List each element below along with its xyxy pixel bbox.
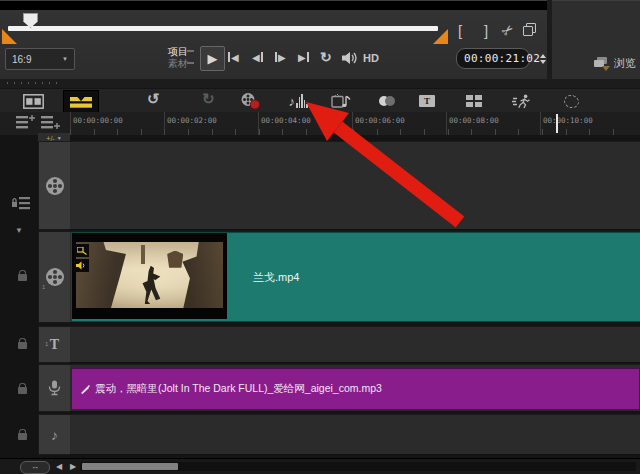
bar-icon xyxy=(275,52,277,62)
trim-start-handle[interactable] xyxy=(2,29,17,44)
trim-bar[interactable] xyxy=(8,26,438,31)
scroll-left-button[interactable]: ◀ xyxy=(56,462,62,472)
go-to-end-button[interactable]: ▶ xyxy=(298,51,309,63)
timeline-view-button[interactable] xyxy=(63,90,99,114)
motion-tracking-button[interactable] xyxy=(507,90,537,112)
music-track-row[interactable] xyxy=(70,414,640,455)
previous-frame-button[interactable]: ◀ xyxy=(252,51,263,63)
clip-audio-icon xyxy=(80,384,90,394)
film-reel-icon xyxy=(44,266,66,288)
voice-track-header[interactable] xyxy=(38,364,71,412)
step-up-icon xyxy=(540,54,546,58)
step-down-icon xyxy=(540,60,546,64)
video-track-header[interactable] xyxy=(38,141,71,230)
track-manager-button[interactable] xyxy=(459,90,489,112)
film-reel-icon xyxy=(44,175,66,197)
fit-project-to-window-button[interactable]: ↔ xyxy=(20,461,50,474)
ruler-tick: 00:00:06:00 xyxy=(355,116,405,125)
video-clip[interactable]: 兰戈.mp4 xyxy=(71,232,640,322)
title-track-row[interactable] xyxy=(70,326,640,363)
ripple-lock-title-track[interactable] xyxy=(18,342,27,349)
track-index: 1 xyxy=(45,341,48,347)
insert-track-above-icon[interactable] xyxy=(16,115,35,130)
triangle-right-icon: ▶ xyxy=(278,52,286,63)
storyboard-view-button[interactable] xyxy=(18,90,48,112)
undo-button[interactable]: ↺ xyxy=(147,91,160,107)
browse-button[interactable]: 浏览 xyxy=(594,56,636,71)
title-track-header[interactable]: 1 T xyxy=(38,326,71,363)
insert-track-below-icon[interactable] xyxy=(41,115,60,130)
horizontal-scrollbar[interactable] xyxy=(80,462,636,471)
scroll-right-button[interactable]: ▶ xyxy=(70,462,76,472)
collapse-gutter-icon[interactable]: ▼ xyxy=(15,226,23,235)
auto-music-icon xyxy=(331,93,351,109)
sound-mixer-button[interactable]: ♪ xyxy=(283,90,313,112)
ripple-editing-all-icon[interactable] xyxy=(12,197,30,210)
redo-button[interactable]: ↻ xyxy=(202,91,215,107)
bar-icon xyxy=(261,52,263,62)
title-icon: T xyxy=(419,95,435,107)
music-track-icon: ♪ xyxy=(51,427,58,443)
play-button[interactable]: ▶ xyxy=(200,46,225,71)
enlarge-preview-button[interactable] xyxy=(523,23,536,36)
scrollbar-thumb[interactable] xyxy=(82,463,178,470)
ruler-end-marker xyxy=(556,114,558,133)
video-preview-edge xyxy=(0,1,547,10)
ruler-tick: 00:00:02:00 xyxy=(167,116,217,125)
record-capture-icon xyxy=(240,92,261,110)
system-volume-button[interactable] xyxy=(342,51,359,65)
timeline-scroll-bar-area: ↔ ◀ ▶ xyxy=(0,458,640,474)
ripple-lock-music-track[interactable] xyxy=(18,433,27,440)
aspect-ratio-dropdown[interactable]: 16:9 ▼ xyxy=(5,48,75,70)
running-figure-icon xyxy=(512,94,532,109)
subtitle-editor-button[interactable]: T xyxy=(412,90,442,112)
ripple-lock-voice-track[interactable] xyxy=(18,387,27,394)
chevron-down-icon: ▼ xyxy=(62,56,68,62)
audio-clip[interactable]: 震动，黑暗里(Jolt In The Dark FULL)_爱给网_aigei_… xyxy=(71,368,640,410)
panel-resize-grip[interactable] xyxy=(4,81,62,85)
next-frame-button[interactable]: ▶ xyxy=(275,51,286,63)
bar-icon xyxy=(228,52,230,62)
timeline-view-icon xyxy=(70,95,92,110)
hd-preview-toggle[interactable]: HD xyxy=(363,52,379,64)
go-to-start-button[interactable]: ◀ xyxy=(228,51,239,63)
mode-project-mark xyxy=(187,50,194,52)
mark-in-button[interactable]: [ xyxy=(458,23,462,38)
mode-clip-label[interactable]: 素材 xyxy=(168,58,188,69)
mark-out-button[interactable]: ] xyxy=(484,23,488,38)
waveform-icon xyxy=(296,94,308,108)
timeline-toolbar: ↺ ↻ ♪ xyxy=(0,88,640,113)
music-track-header[interactable]: ♪ xyxy=(38,414,71,455)
auto-music-button[interactable] xyxy=(326,90,356,112)
customize-toolbar-button[interactable] xyxy=(556,90,586,112)
video-clip-label: 兰戈.mp4 xyxy=(253,270,299,285)
mode-project-label[interactable]: 项目 xyxy=(168,46,188,57)
record-capture-option-button[interactable] xyxy=(235,90,265,112)
music-note-icon: ♪ xyxy=(289,95,296,108)
browse-folder-icon xyxy=(594,57,610,71)
ruler-tick: 00:00:08:00 xyxy=(449,116,499,125)
split-clip-scissors-button[interactable]: ✂ xyxy=(499,21,518,40)
pan-zoom-badge-icon xyxy=(74,244,89,257)
repeat-button[interactable]: ↻ xyxy=(320,49,332,65)
timecode-value: 00:00:21:02 xyxy=(457,52,540,65)
aspect-ratio-value: 16:9 xyxy=(12,54,31,65)
timecode-display[interactable]: 00:00:21:02 xyxy=(456,48,530,69)
clip-thumbnail xyxy=(72,233,227,319)
ripple-lock-overlay-track[interactable] xyxy=(18,274,27,281)
trim-end-handle[interactable] xyxy=(433,29,448,44)
player-panel: [ ] ✂ 16:9 ▼ 项目 素材 ▶ ◀ ◀ ▶ ▶ xyxy=(0,0,547,79)
timecode-stepper[interactable] xyxy=(540,54,552,64)
library-panel: 浏览 xyxy=(552,0,640,79)
lasso-icon xyxy=(562,93,580,109)
copy-front-square xyxy=(523,26,533,36)
play-icon: ▶ xyxy=(208,51,218,66)
triangle-left-icon: ◀ xyxy=(252,52,260,63)
video-track-row[interactable] xyxy=(70,141,640,230)
fade-button[interactable] xyxy=(372,90,402,112)
thumbnail-image xyxy=(76,242,223,308)
video-editor-window: [ ] ✂ 16:9 ▼ 项目 素材 ▶ ◀ ◀ ▶ ▶ xyxy=(0,0,640,474)
overlay-track-header[interactable]: 1 xyxy=(38,231,71,323)
timeline-ruler[interactable]: 00:00:00:00 00:00:02:00 00:00:04:00 00:0… xyxy=(0,112,640,136)
grid-icon xyxy=(466,95,482,107)
